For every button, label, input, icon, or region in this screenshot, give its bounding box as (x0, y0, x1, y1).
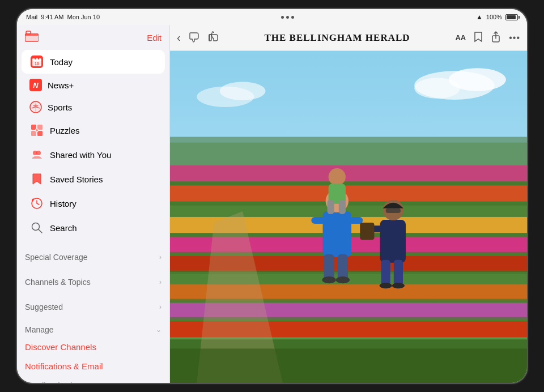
sidebar-item-sports-label: Sports (48, 103, 72, 112)
svg-rect-75 (170, 51, 527, 383)
sidebar-item-today-label: Today (50, 57, 73, 67)
battery-percent: 100% (486, 14, 502, 20)
svg-rect-13 (31, 125, 36, 130)
status-app: Mail (26, 14, 37, 20)
nav-toolbar: ‹ The Bellingham Herald (170, 25, 527, 51)
content-panel: ‹ The Bellingham Herald (170, 25, 527, 383)
dot-2 (286, 16, 289, 19)
status-bar: Mail 9:41 AM Mon Jun 10 ▲ 100% (17, 9, 527, 25)
wifi-icon: ▲ (476, 13, 483, 21)
family-sharing-label: Family Sharing (25, 381, 82, 383)
dot-1 (281, 16, 284, 19)
sidebar-link-discover[interactable]: Discover Channels (17, 338, 169, 357)
status-time: 9:41 AM (41, 14, 63, 20)
dot-3 (291, 16, 294, 19)
sidebar: Edit 10 (17, 25, 170, 383)
saved-icon (29, 172, 44, 186)
sidebar-item-saved[interactable]: Saved Stories (22, 167, 165, 191)
device-frame: Mail 9:41 AM Mon Jun 10 ▲ 100% (17, 9, 527, 383)
status-right: ▲ 100% (476, 13, 518, 21)
sidebar-header: Edit (17, 25, 169, 49)
sidebar-section-special[interactable]: Special Coverage › (17, 247, 169, 265)
puzzles-icon (29, 123, 44, 138)
share-button[interactable] (491, 31, 501, 45)
search-icon (29, 220, 44, 235)
battery-icon (505, 14, 518, 20)
status-center (281, 16, 294, 19)
svg-rect-16 (37, 131, 42, 136)
sidebar-folder-icon[interactable] (25, 31, 39, 45)
svg-rect-9 (38, 57, 39, 59)
svg-text:10: 10 (35, 62, 39, 66)
sidebar-item-saved-label: Saved Stories (50, 174, 103, 184)
sidebar-edit-button[interactable]: Edit (147, 33, 162, 42)
sidebar-item-puzzles[interactable]: Puzzles (22, 118, 165, 142)
channels-topics-label: Channels & Topics (25, 278, 91, 287)
sidebar-item-shared-label: Shared with You (50, 150, 111, 160)
hero-image (170, 51, 527, 383)
sidebar-item-puzzles-label: Puzzles (50, 126, 80, 135)
today-icon: 10 (29, 54, 44, 69)
back-button[interactable]: ‹ (177, 31, 181, 44)
svg-rect-6 (32, 60, 41, 61)
sidebar-item-search-label: Search (50, 223, 77, 233)
like-button[interactable] (208, 31, 219, 45)
special-coverage-chevron: › (159, 253, 162, 261)
svg-rect-2 (26, 31, 31, 34)
sidebar-item-history[interactable]: History (22, 191, 165, 215)
sidebar-nav-items: 10 Today N News+ (17, 49, 169, 240)
status-date: Mon Jun 10 (67, 14, 100, 20)
manage-chevron: ⌄ (156, 326, 162, 334)
sidebar-item-newsplus-label: News+ (48, 80, 74, 90)
manage-label: Manage (25, 325, 54, 334)
sidebar-section-suggested[interactable]: Suggested › (17, 297, 169, 315)
suggested-label: Suggested (25, 302, 63, 312)
discover-channels-label: Discover Channels (25, 342, 96, 352)
svg-rect-14 (37, 125, 42, 130)
svg-rect-15 (31, 131, 36, 136)
content-area (170, 51, 527, 383)
sidebar-link-notifications[interactable]: Notifications & Email (17, 357, 169, 376)
more-button[interactable]: ••• (509, 33, 520, 43)
svg-point-20 (36, 151, 41, 155)
status-left: Mail 9:41 AM Mon Jun 10 (26, 14, 100, 20)
nav-left: ‹ (177, 31, 219, 45)
notifications-email-label: Notifications & Email (25, 361, 103, 371)
sidebar-item-shared[interactable]: Shared with You (22, 143, 165, 167)
manage-section[interactable]: Manage ⌄ (17, 319, 169, 338)
dislike-button[interactable] (189, 31, 200, 45)
sidebar-link-family[interactable]: Family Sharing (17, 376, 169, 383)
sports-icon (29, 101, 42, 113)
article-source-title: The Bellingham Herald (264, 32, 410, 44)
newsplus-icon: N (29, 79, 42, 91)
suggested-chevron: › (159, 303, 162, 311)
sidebar-section-channels[interactable]: Channels & Topics › (17, 272, 169, 290)
svg-point-18 (36, 129, 38, 131)
svg-rect-8 (35, 57, 36, 59)
special-coverage-label: Special Coverage (25, 253, 88, 262)
channels-topics-chevron: › (159, 278, 162, 286)
battery-fill (507, 15, 516, 19)
bookmark-button[interactable] (474, 31, 483, 45)
sidebar-item-newsplus[interactable]: N News+ (22, 74, 165, 96)
nav-right: AA ••• (455, 31, 520, 45)
svg-rect-24 (209, 35, 211, 41)
sidebar-item-search[interactable]: Search (22, 216, 165, 240)
sidebar-item-today[interactable]: 10 Today (22, 50, 165, 74)
main-area: Edit 10 (17, 25, 527, 383)
sidebar-item-history-label: History (50, 199, 76, 208)
shared-icon (29, 147, 44, 162)
font-size-button[interactable]: AA (455, 33, 466, 42)
sidebar-item-sports[interactable]: Sports (22, 96, 165, 118)
svg-line-23 (39, 229, 42, 233)
history-icon (29, 196, 44, 211)
